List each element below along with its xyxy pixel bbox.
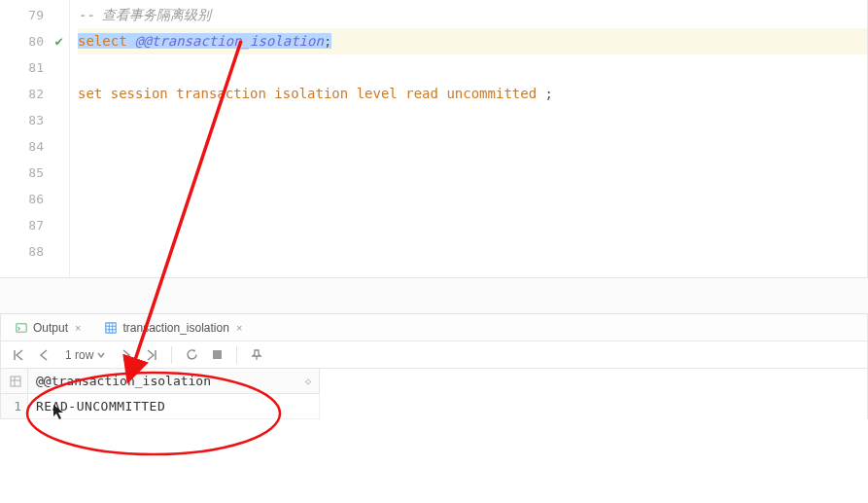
punctuation: ; xyxy=(324,33,331,49)
code-line[interactable]: set session transaction isolation level … xyxy=(78,81,867,107)
refresh-button[interactable] xyxy=(182,345,201,365)
code-line[interactable] xyxy=(78,238,867,265)
table-icon xyxy=(104,321,118,335)
code-line[interactable] xyxy=(78,186,867,212)
system-variable: @@transaction_isolation xyxy=(135,33,324,49)
results-grid[interactable]: @@transaction_isolation ◇ 1 READ-UNCOMMI… xyxy=(1,369,867,419)
column-name: @@transaction_isolation xyxy=(36,374,211,388)
sort-icon[interactable]: ◇ xyxy=(305,376,311,386)
cell[interactable]: READ-UNCOMMITTED xyxy=(28,394,320,419)
punctuation: ; xyxy=(537,86,553,101)
line-number: 80 xyxy=(0,28,69,54)
chevron-down-icon xyxy=(97,351,105,359)
grid-header-row: @@transaction_isolation ◇ xyxy=(1,369,867,394)
keyword: transaction xyxy=(176,86,266,101)
keyword: select xyxy=(78,33,127,49)
code-line[interactable]: -- 查看事务隔离级别 xyxy=(78,2,867,28)
line-number: 82 xyxy=(0,81,69,107)
last-page-button[interactable] xyxy=(142,345,161,365)
tab-label: Output xyxy=(33,321,68,335)
svg-rect-6 xyxy=(213,350,222,359)
pin-button[interactable] xyxy=(247,345,266,365)
results-panel: Output × transaction_isolation × 1 row xyxy=(0,314,868,419)
code-line[interactable] xyxy=(78,160,867,186)
separator xyxy=(171,346,172,364)
svg-rect-1 xyxy=(106,322,116,332)
code-line[interactable]: select @@transaction_isolation; xyxy=(78,28,867,54)
code-line[interactable] xyxy=(78,133,867,160)
line-number: 79 xyxy=(0,2,69,28)
comment-text: -- 查看事务隔离级别 xyxy=(78,7,211,22)
close-icon[interactable]: × xyxy=(234,322,244,334)
line-number: 85 xyxy=(0,160,69,186)
keyword: read xyxy=(405,86,438,101)
stop-button[interactable] xyxy=(207,345,226,365)
keyword: session xyxy=(111,86,168,101)
sql-editor[interactable]: 79 80 81 82 83 84 85 86 87 88 -- 查看事务隔离级… xyxy=(0,0,868,277)
line-number: 86 xyxy=(0,186,69,212)
row-number: 1 xyxy=(1,394,28,419)
output-icon xyxy=(15,321,28,335)
prev-page-button[interactable] xyxy=(34,345,53,365)
table-icon xyxy=(10,376,21,387)
separator xyxy=(236,346,237,364)
code-area[interactable]: -- 查看事务隔离级别 select @@transaction_isolati… xyxy=(70,0,867,277)
keyword: level xyxy=(357,86,398,101)
keyword: set xyxy=(78,86,102,101)
svg-rect-0 xyxy=(17,323,26,332)
keyword: uncommitted xyxy=(446,86,537,101)
code-line[interactable] xyxy=(78,107,867,133)
row-number-header[interactable] xyxy=(1,369,28,394)
line-number: 83 xyxy=(0,107,69,133)
tab-label: transaction_isolation xyxy=(122,321,228,335)
next-page-button[interactable] xyxy=(117,345,136,365)
svg-rect-7 xyxy=(11,377,20,386)
row-count[interactable]: 1 row xyxy=(59,348,111,362)
line-number: 87 xyxy=(0,212,69,238)
result-tabs: Output × transaction_isolation × xyxy=(1,314,867,341)
line-number-gutter: 79 80 81 82 83 84 85 86 87 88 xyxy=(0,0,70,277)
first-page-button[interactable] xyxy=(9,345,28,365)
table-row[interactable]: 1 READ-UNCOMMITTED xyxy=(1,394,867,419)
column-header[interactable]: @@transaction_isolation ◇ xyxy=(28,369,320,394)
panel-splitter[interactable] xyxy=(0,277,868,314)
code-line[interactable] xyxy=(78,54,867,81)
keyword: isolation xyxy=(274,86,348,101)
tab-output[interactable]: Output × xyxy=(11,314,87,341)
line-number: 84 xyxy=(0,133,69,160)
results-toolbar: 1 row xyxy=(1,341,867,369)
line-number: 88 xyxy=(0,238,69,265)
row-count-label: 1 row xyxy=(65,348,93,362)
line-number: 81 xyxy=(0,54,69,81)
tab-result[interactable]: transaction_isolation × xyxy=(100,314,248,341)
code-line[interactable] xyxy=(78,212,867,238)
close-icon[interactable]: × xyxy=(73,322,83,334)
